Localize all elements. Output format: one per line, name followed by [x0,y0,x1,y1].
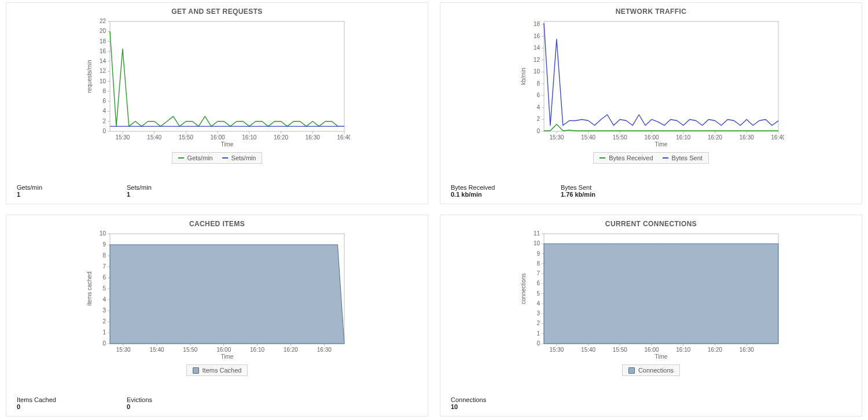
legend-label: Items Cached [203,367,242,374]
stat-label: Evictions [127,396,237,403]
legend-item-gets: Gets/min [178,154,213,161]
panel-title-network: NETWORK TRAFFIC [440,3,862,17]
stat-gets: Gets/min 1 [17,184,127,198]
stat-items-cached: Items Cached 0 [17,396,127,410]
svg-text:requests/min: requests/min [86,60,93,93]
legend-swatch [178,157,184,159]
svg-text:16:20: 16:20 [708,347,722,353]
panel-title-connections: CURRENT CONNECTIONS [440,215,862,229]
svg-text:16: 16 [100,48,106,54]
legend-swatch [599,157,605,159]
svg-text:10: 10 [100,78,106,84]
stats-cached: Items Cached 0 Evictions 0 [6,392,428,416]
stats-connections: Connections 10 [440,392,862,416]
svg-text:15:40: 15:40 [581,134,595,141]
legend-label: Gets/min [187,154,213,161]
stat-sent: Bytes Sent 1.76 kb/min [561,184,671,198]
stat-value: 0 [17,403,127,410]
chart-network: 024681012141618kb/min15:3015:4015:5016:0… [440,17,862,179]
svg-text:15:50: 15:50 [613,134,627,141]
svg-text:2: 2 [102,318,106,325]
legend-requests: Gets/min Sets/min [172,152,263,164]
svg-text:8: 8 [536,80,540,87]
svg-text:18: 18 [534,21,540,27]
svg-text:15:40: 15:40 [147,134,161,141]
svg-text:16:20: 16:20 [284,347,298,353]
chart-requests: 0246810121416182022requests/min15:3015:4… [6,17,428,179]
legend-label: Connections [638,367,674,374]
panel-network: NETWORK TRAFFIC 024681012141618kb/min15:… [440,2,862,204]
svg-text:7: 7 [536,270,540,277]
svg-text:11: 11 [534,230,540,237]
svg-text:8: 8 [102,88,106,94]
panel-title-cached: CACHED ITEMS [6,215,428,229]
svg-text:22: 22 [100,18,106,24]
svg-text:6: 6 [102,274,106,281]
svg-text:16: 16 [534,33,540,39]
legend-item-received: Bytes Received [599,154,653,161]
legend-swatch [663,157,668,159]
svg-text:9: 9 [536,250,540,257]
panel-requests: GET AND SET REQUESTS 0246810121416182022… [6,2,428,204]
svg-text:10: 10 [534,240,540,246]
svg-text:Time: Time [655,141,668,148]
svg-text:items cached: items cached [86,272,93,306]
stat-received: Bytes Received 0.1 kb/min [451,184,561,198]
svg-text:16:30: 16:30 [317,347,332,353]
svg-text:3: 3 [102,307,106,314]
chart-cached: 012345678910items cached15:3015:4015:501… [6,229,428,392]
svg-text:16:10: 16:10 [250,347,264,353]
stat-label: Items Cached [17,396,127,403]
svg-text:12: 12 [100,68,106,74]
stat-value: 1 [17,191,127,198]
svg-text:16:30: 16:30 [306,134,320,141]
stat-value: 0.1 kb/min [451,191,561,198]
svg-text:15:40: 15:40 [149,347,164,353]
svg-text:16:30: 16:30 [740,134,754,141]
svg-text:6: 6 [102,98,106,104]
svg-text:Time: Time [221,141,234,148]
svg-text:5: 5 [536,290,540,297]
legend-label: Bytes Received [609,154,653,161]
svg-text:5: 5 [102,285,106,292]
svg-text:15:30: 15:30 [116,347,131,353]
legend-connections: Connections [622,364,680,376]
legend-item-items-cached: Items Cached [193,367,242,374]
legend-item-sent: Bytes Sent [663,154,703,161]
svg-text:15:30: 15:30 [549,134,564,141]
svg-text:12: 12 [534,57,540,63]
stat-connections: Connections 10 [451,396,561,410]
legend-label: Bytes Sent [672,154,703,161]
svg-text:16:20: 16:20 [708,134,722,141]
panel-connections: CURRENT CONNECTIONS 01234567891011connec… [440,215,862,417]
svg-text:14: 14 [100,58,106,64]
stats-network: Bytes Received 0.1 kb/min Bytes Sent 1.7… [440,179,862,204]
svg-text:6: 6 [536,280,540,286]
svg-text:0: 0 [536,340,540,347]
stat-value: 1 [127,191,237,198]
svg-text:16:30: 16:30 [740,347,754,353]
stat-label: Gets/min [17,184,127,191]
stat-label: Bytes Sent [561,184,671,191]
svg-text:16:00: 16:00 [645,134,659,141]
svg-text:16:40: 16:40 [337,134,350,141]
svg-text:7: 7 [102,263,106,270]
svg-text:16:40: 16:40 [771,134,784,141]
svg-text:6: 6 [536,92,540,98]
stats-requests: Gets/min 1 Sets/min 1 [6,179,428,204]
stat-value: 10 [451,403,561,410]
legend-network: Bytes Received Bytes Sent [593,152,709,164]
svg-text:4: 4 [102,108,106,114]
legend-swatch [628,367,635,374]
svg-text:2: 2 [536,320,540,326]
svg-text:15:30: 15:30 [115,134,130,141]
svg-text:2: 2 [536,116,540,122]
chart-connections: 01234567891011connections15:3015:4015:50… [440,229,862,392]
svg-text:9: 9 [102,241,106,248]
stat-label: Bytes Received [451,184,561,191]
svg-text:16:00: 16:00 [211,134,225,141]
svg-text:8: 8 [102,252,106,259]
legend-swatch [222,157,228,159]
svg-text:10: 10 [100,230,106,237]
dashboard: GET AND SET REQUESTS 0246810121416182022… [0,0,868,420]
